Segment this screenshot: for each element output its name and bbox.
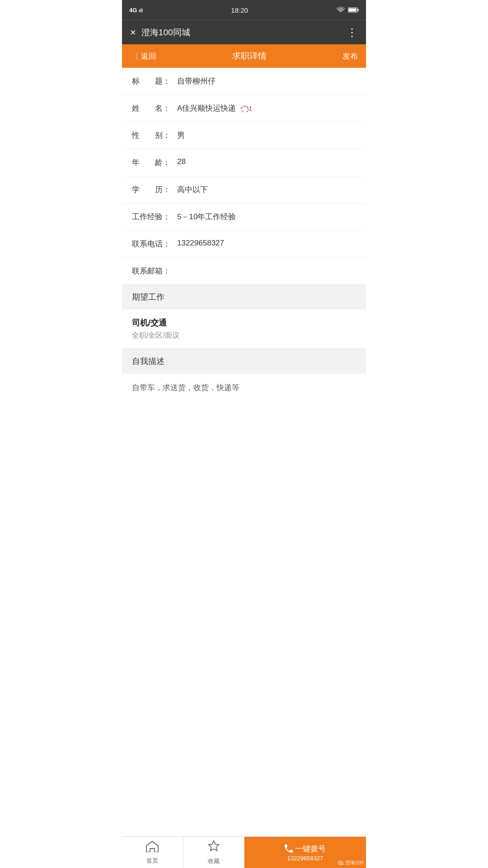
page-title: 求职详情: [232, 50, 267, 62]
back-arrow-icon: 〈: [130, 50, 139, 62]
value-phone: 13229658327: [177, 239, 224, 248]
value-experience: 5－10年工作经验: [177, 212, 236, 222]
value-name: A佳兴顺快运快递 1: [177, 103, 252, 113]
wifi-icon: [336, 7, 345, 13]
battery-icon: [348, 7, 359, 13]
status-icons: [336, 7, 359, 13]
expected-work-section-header: 期望工作: [122, 285, 366, 309]
field-title: 标 题： 自带柳州仔: [122, 68, 366, 95]
field-name: 姓 名： A佳兴顺快运快递 1: [122, 95, 366, 122]
svg-rect-2: [349, 9, 357, 12]
status-bar: 4G ıll 18:20: [122, 0, 366, 20]
refresh-icon[interactable]: 1: [239, 105, 252, 112]
nav-bar: 〈 返回 求职详情 发布: [122, 44, 366, 68]
job-type: 司机/交通: [132, 317, 356, 328]
label-experience: 工作经验：: [132, 212, 177, 222]
close-button[interactable]: ×: [130, 27, 136, 38]
content-area: 标 题： 自带柳州仔 姓 名： A佳兴顺快运快递 1 性 别： 男: [122, 68, 366, 401]
field-gender: 性 别： 男: [122, 122, 366, 149]
clock: 18:20: [231, 6, 248, 14]
app-title: 澄海100同城: [141, 27, 190, 38]
label-gender: 性 别：: [132, 130, 177, 141]
value-title: 自带柳州仔: [177, 76, 216, 86]
svg-rect-1: [358, 9, 359, 11]
field-experience: 工作经验： 5－10年工作经验: [122, 203, 366, 231]
field-email: 联系邮箱：: [122, 258, 366, 285]
value-age: 28: [177, 157, 186, 166]
back-button[interactable]: 〈 返回: [130, 50, 156, 62]
field-phone: 联系电话： 13229658327: [122, 231, 366, 258]
back-label: 返回: [141, 51, 156, 61]
publish-button[interactable]: 发布: [343, 51, 358, 61]
job-detail: 全职/全区/面议: [132, 331, 356, 340]
signal-indicator: 4G ıll: [129, 7, 143, 14]
field-education: 学 历： 高中以下: [122, 176, 366, 203]
self-desc-text: 自带车，求送货，收货，快递等: [132, 382, 356, 393]
label-name: 姓 名：: [132, 103, 177, 113]
value-education: 高中以下: [177, 184, 208, 195]
expected-work-title: 期望工作: [132, 292, 164, 302]
label-phone: 联系电话：: [132, 239, 177, 249]
self-desc-content: 自带车，求送货，收货，快递等: [122, 373, 366, 401]
app-title-bar: × 澄海100同城 ⋮: [122, 20, 366, 44]
more-button[interactable]: ⋮: [347, 26, 358, 39]
self-desc-section-header: 自我描述: [122, 349, 366, 373]
self-desc-title: 自我描述: [132, 357, 164, 366]
value-gender: 男: [177, 130, 185, 141]
label-age: 年 龄：: [132, 157, 177, 168]
field-age: 年 龄： 28: [122, 149, 366, 176]
label-email: 联系邮箱：: [132, 266, 177, 276]
label-education: 学 历：: [132, 184, 177, 195]
label-title: 标 题：: [132, 76, 177, 86]
expected-work-content: 司机/交通 全职/全区/面议: [122, 309, 366, 349]
